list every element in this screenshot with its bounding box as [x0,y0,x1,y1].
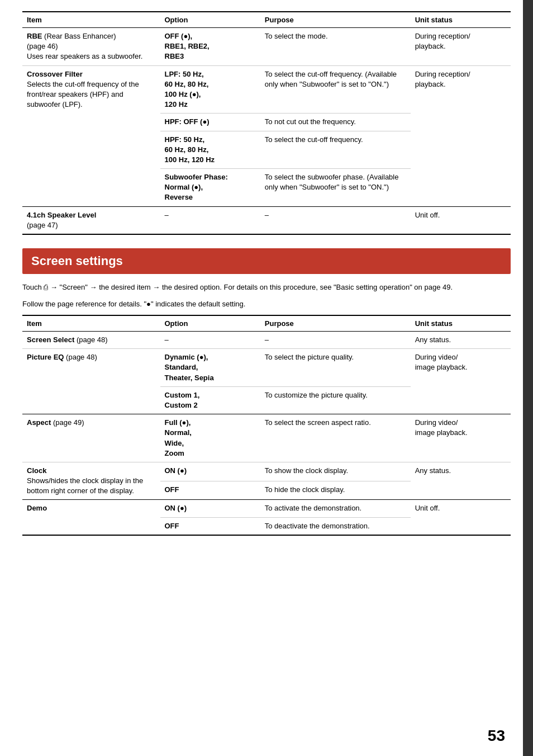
col-header-option: Option [160,12,260,28]
option-cell: Custom 1,Custom 2 [160,386,260,414]
option-cell: OFF [160,517,260,535]
intro-paragraph-1: Touch ⎙ → "Screen" → the desired item → … [22,282,511,293]
table-row: Aspect (page 49) Full (●),Normal,Wide,Zo… [22,414,511,462]
screen-col-header-option: Option [160,315,260,332]
table-row: Clock Shows/hides the clock display in t… [22,462,511,481]
page: Item Option Purpose Unit status RBE (Rea… [0,0,533,756]
status-cell: Any status. [411,462,511,500]
purpose-cell: To activate the demonstration. [260,500,411,517]
option-cell: – [160,332,260,349]
table-row: Demo ON (●) To activate the demonstratio… [22,500,511,517]
status-cell: During reception/playback. [411,28,511,66]
purpose-cell: To select the screen aspect ratio. [260,414,411,462]
option-cell: OFF [160,481,260,500]
table-row: Crossover Filter Selects the cut-off fre… [22,65,511,114]
screen-col-header-status: Unit status [411,315,511,332]
screen-table: Item Option Purpose Unit status Screen S… [22,315,511,536]
purpose-cell: – [260,206,411,234]
purpose-cell: To deactivate the demonstration. [260,517,411,535]
col-header-item: Item [22,12,160,28]
sidebar-bar [523,0,533,756]
item-cell: Aspect (page 49) [22,414,160,462]
purpose-cell: To select the cut-off frequency. [260,131,411,169]
purpose-cell: To show the clock display. [260,462,411,481]
purpose-cell: To select the subwoofer phase. (Availabl… [260,169,411,207]
option-cell: HPF: OFF (●) [160,114,260,131]
purpose-cell: To hide the clock display. [260,481,411,500]
section-header-screen: Screen settings [22,248,511,274]
table-row: Screen Select (page 48) – – Any status. [22,332,511,349]
purpose-cell: – [260,332,411,349]
intro-paragraph-2: Follow the page reference for details. "… [22,299,511,310]
item-cell: Picture EQ (page 48) [22,349,160,414]
table-row: Picture EQ (page 48) Dynamic (●),Standar… [22,349,511,387]
purpose-cell: To not cut out the frequency. [260,114,411,131]
item-cell: RBE (Rear Bass Enhancer)(page 46)Uses re… [22,28,160,66]
purpose-cell: To select the picture quality. [260,349,411,387]
option-cell: LPF: 50 Hz,60 Hz, 80 Hz,100 Hz (●),120 H… [160,65,260,114]
screen-col-header-purpose: Purpose [260,315,411,332]
top-table: Item Option Purpose Unit status RBE (Rea… [22,11,511,235]
item-cell: Screen Select (page 48) [22,332,160,349]
option-cell: ON (●) [160,500,260,517]
col-header-status: Unit status [411,12,511,28]
status-cell: Unit off. [411,206,511,234]
option-cell: Subwoofer Phase:Normal (●),Reverse [160,169,260,207]
option-cell: HPF: 50 Hz,60 Hz, 80 Hz,100 Hz, 120 Hz [160,131,260,169]
page-number: 53 [488,727,505,745]
table-row: RBE (Rear Bass Enhancer)(page 46)Uses re… [22,28,511,66]
item-cell: Demo [22,500,160,535]
screen-col-header-item: Item [22,315,160,332]
option-cell: Full (●),Normal,Wide,Zoom [160,414,260,462]
purpose-cell: To customize the picture quality. [260,386,411,414]
item-cell: 4.1ch Speaker Level (page 47) [22,206,160,234]
purpose-cell: To select the mode. [260,28,411,66]
table-row: 4.1ch Speaker Level (page 47) – – Unit o… [22,206,511,234]
status-cell: During video/image playback. [411,414,511,462]
option-cell: ON (●) [160,462,260,481]
option-cell: – [160,206,260,234]
col-header-purpose: Purpose [260,12,411,28]
status-cell: During video/image playback. [411,349,511,414]
item-cell: Clock Shows/hides the clock display in t… [22,462,160,500]
purpose-cell: To select the cut-off frequency. (Availa… [260,65,411,114]
option-cell: OFF (●),RBE1, RBE2,RBE3 [160,28,260,66]
option-cell: Dynamic (●),Standard,Theater, Sepia [160,349,260,387]
status-cell: Any status. [411,332,511,349]
status-cell: Unit off. [411,500,511,535]
item-cell: Crossover Filter Selects the cut-off fre… [22,65,160,206]
status-cell: During reception/playback. [411,65,511,206]
